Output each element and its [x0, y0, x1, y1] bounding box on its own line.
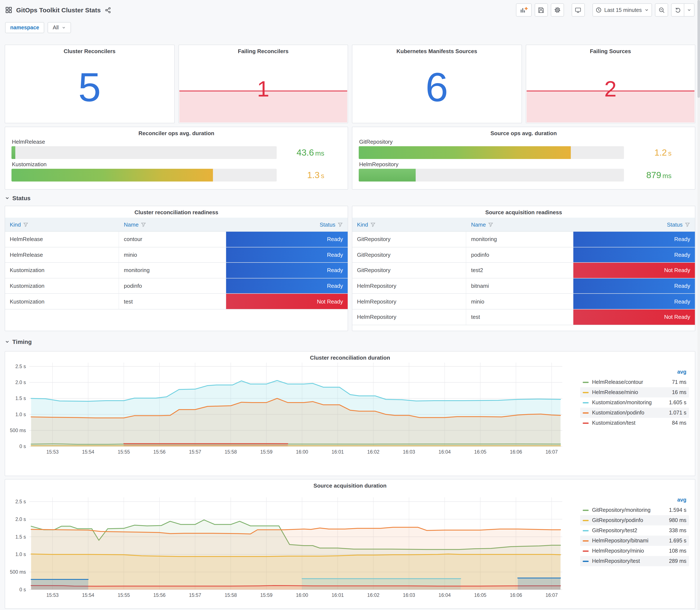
legend-series-marker — [583, 561, 589, 562]
table-row: HelmReleasecontourReady — [5, 232, 348, 247]
gauge-fill — [359, 169, 416, 181]
column-header-kind[interactable]: Kind — [352, 221, 467, 228]
zoom-out-button[interactable] — [655, 3, 668, 17]
time-series-plot[interactable]: 0 s500 ms1.0 s1.5 s2.0 s2.5 s15:5315:541… — [9, 489, 567, 606]
svg-text:2.0 s: 2.0 s — [15, 516, 26, 522]
variables-row: namespace All — [0, 20, 700, 37]
variable-namespace-value[interactable]: All — [48, 22, 71, 33]
gauge-row: HelmRepository879ms — [359, 161, 688, 181]
svg-text:500 ms: 500 ms — [10, 569, 26, 575]
panel-title[interactable]: Failing Sources — [526, 45, 695, 54]
svg-text:1.0 s: 1.0 s — [15, 412, 26, 417]
gauge-unit: s — [321, 172, 324, 179]
panel-title[interactable]: Source acquisition duration — [9, 480, 691, 489]
status-badge: Ready — [226, 263, 348, 278]
row-toggle-status[interactable]: Status — [5, 190, 695, 206]
legend-series-name[interactable]: Kustomization/test — [592, 420, 660, 426]
cell-name: minio — [467, 294, 573, 309]
panel-title[interactable]: Failing Reconcilers — [179, 45, 348, 54]
gauge-label: GitRepository — [359, 139, 688, 145]
stats-row: Cluster Reconcilers5Failing Reconcilers1… — [5, 45, 695, 123]
column-header-kind[interactable]: Kind — [5, 221, 119, 228]
chevron-down-icon — [687, 7, 691, 12]
refresh-button[interactable] — [671, 3, 684, 17]
legend-series-name[interactable]: GitRepository/monitoring — [592, 507, 660, 513]
panel-title[interactable]: Kubernetes Manifests Sources — [352, 45, 521, 54]
svg-text:15:57: 15:57 — [189, 592, 201, 598]
svg-text:16:07: 16:07 — [546, 449, 558, 455]
legend-series-name[interactable]: HelmRelease/minio — [592, 389, 660, 395]
svg-text:15:57: 15:57 — [189, 449, 201, 455]
column-header-status[interactable]: Status — [573, 221, 695, 228]
gauge-fill — [12, 146, 15, 159]
time-series-plot[interactable]: 0 s500 ms1.0 s1.5 s2.0 s2.5 s15:5315:541… — [9, 361, 567, 473]
save-icon — [538, 6, 545, 13]
tv-mode-button[interactable] — [572, 3, 585, 17]
apps-grid-icon[interactable] — [5, 6, 12, 14]
chevron-down-icon — [5, 195, 10, 200]
table-row: HelmRepositorybitnamiReady — [352, 278, 695, 294]
svg-text:500 ms: 500 ms — [10, 428, 26, 433]
legend-series-name[interactable]: Kustomization/monitoring — [592, 400, 660, 405]
share-icon[interactable] — [104, 6, 111, 13]
bar-gauge-panel: Reconciler ops avg. durationHelmRelease4… — [5, 127, 348, 190]
legend-series-marker — [583, 550, 589, 551]
panel-title[interactable]: Source ops avg. duration — [359, 127, 688, 137]
legend-row: HelmRepository/bitnami1.695 s — [580, 535, 689, 546]
svg-text:16:04: 16:04 — [439, 592, 451, 598]
dashboard-settings-button[interactable] — [551, 3, 564, 17]
cell-kind: HelmRepository — [352, 278, 467, 293]
chart-legend: avgHelmRelease/contour71 msHelmRelease/m… — [567, 361, 691, 473]
legend-series-name[interactable]: GitRepository/test2 — [592, 528, 660, 533]
legend-series-name[interactable]: HelmRepository/test — [592, 558, 660, 564]
variable-namespace-label[interactable]: namespace — [5, 22, 44, 33]
add-panel-button[interactable] — [516, 3, 532, 17]
panel-title[interactable]: Cluster reconciliation readiness — [5, 206, 348, 215]
svg-text:15:56: 15:56 — [153, 592, 166, 598]
status-badge: Ready — [226, 232, 348, 247]
legend-row: GitRepository/monitoring1.594 s — [580, 505, 689, 515]
gauge-track — [359, 146, 624, 159]
legend-series-name[interactable]: GitRepository/podinfo — [592, 517, 660, 523]
save-dashboard-button[interactable] — [535, 3, 548, 17]
stat-panel: Kubernetes Manifests Sources6 — [352, 45, 522, 123]
gauge-line: 1.3s — [12, 169, 341, 181]
bar-gauge-panel: Source ops avg. durationGitRepository1.2… — [352, 127, 695, 190]
legend-series-name[interactable]: HelmRelease/contour — [592, 379, 660, 385]
scrollbar[interactable] — [698, 0, 700, 610]
column-header-status[interactable]: Status — [226, 221, 348, 228]
legend-series-avg: 1.695 s — [660, 538, 686, 544]
svg-text:15:53: 15:53 — [46, 449, 59, 455]
legend-series-marker — [583, 402, 589, 403]
column-header-label: Kind — [357, 221, 368, 228]
legend-series-name[interactable]: HelmRepository/minio — [592, 548, 660, 554]
svg-text:2.0 s: 2.0 s — [15, 380, 26, 385]
legend-series-avg: 1.071 s — [660, 410, 686, 416]
time-range-picker[interactable]: Last 15 minutes — [592, 3, 652, 17]
scrollbar-thumb[interactable] — [698, 0, 700, 98]
time-range-label: Last 15 minutes — [604, 7, 642, 13]
gauge-unit: ms — [315, 150, 324, 157]
gauge-line: 879ms — [359, 169, 688, 181]
status-badge: Not Ready — [573, 263, 695, 278]
column-header-name[interactable]: Name — [467, 221, 573, 228]
gear-icon — [554, 6, 561, 14]
legend-series-name[interactable]: Kustomization/podinfo — [592, 410, 660, 416]
legend-series-marker — [583, 540, 589, 541]
svg-text:16:03: 16:03 — [403, 449, 415, 455]
panel-title[interactable]: Cluster reconciliation duration — [9, 352, 691, 361]
panel-title[interactable]: Cluster Reconcilers — [5, 45, 174, 54]
variable-value-text: All — [53, 25, 59, 31]
legend-series-name[interactable]: HelmRepository/bitnami — [592, 538, 660, 544]
dashboard: GitOps Toolkit Cluster Stats — [0, 0, 700, 610]
panel-title[interactable]: Reconciler ops avg. duration — [12, 127, 341, 137]
column-header-name[interactable]: Name — [119, 221, 226, 228]
refresh-interval-dropdown[interactable] — [684, 3, 695, 17]
chevron-down-icon — [62, 26, 66, 30]
row-toggle-timing[interactable]: Timing — [5, 332, 695, 351]
panel-title[interactable]: Source acquisition readiness — [352, 206, 695, 215]
gauge-track — [12, 169, 277, 181]
dashboard-title[interactable]: GitOps Toolkit Cluster Stats — [16, 6, 101, 14]
cell-kind: GitRepository — [352, 247, 467, 262]
svg-text:1.0 s: 1.0 s — [15, 551, 26, 557]
